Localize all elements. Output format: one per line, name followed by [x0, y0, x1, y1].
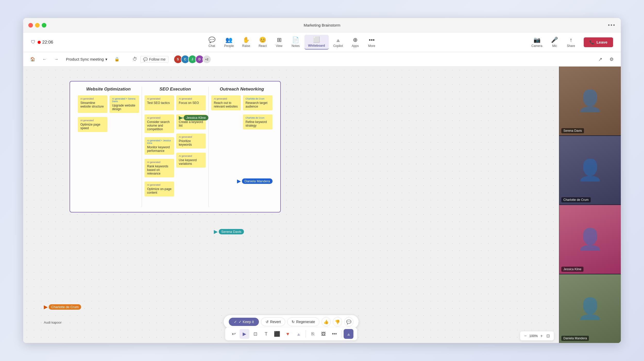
sticky-text: Upgrade website design [112, 104, 137, 111]
maximize-button[interactable] [42, 23, 46, 28]
notes-label: Notes [292, 44, 300, 48]
toolbar-view[interactable]: ⊞ View [272, 35, 287, 50]
sticky-text: Create a keyword list [179, 120, 203, 127]
redo-button[interactable]: → [52, 55, 61, 64]
toolbar-chat[interactable]: 💬 Chat [204, 35, 219, 50]
video-name-jessica: Jessica Kline [561, 267, 583, 272]
heart-button[interactable]: ♥ [283, 329, 293, 339]
zoom-in-button[interactable]: + [539, 333, 544, 339]
minimize-button[interactable] [35, 23, 40, 28]
title-bar: Marketing Brainstorm ••• [23, 18, 621, 32]
pointer-button[interactable]: ▶ [240, 329, 249, 339]
lock-button[interactable]: 🔒 [113, 55, 121, 64]
user-label: Audi kapoor [44, 321, 62, 324]
tag-user: AI generated + Jessica Kline [147, 139, 172, 144]
people-icon: 👥 [225, 37, 232, 43]
image-button[interactable]: 🖼 [319, 329, 328, 339]
share-frame-icon[interactable]: ↗ [596, 55, 604, 63]
view-label: View [276, 44, 283, 48]
sticky-keyword-variations[interactable]: AI generated Use keyword variations [176, 153, 206, 168]
toolbar-mic[interactable]: 🎤 Mic [547, 35, 562, 49]
sticky-optimize-page[interactable]: AI generated Optimize on-page content [145, 182, 174, 196]
sticky-text: Prioritize keywords [179, 139, 203, 146]
sticky-text: Research target audience [245, 101, 270, 108]
canvas-area[interactable]: Website Optimization AI generated Stream… [23, 67, 559, 343]
home-button[interactable]: 🏠 [28, 55, 37, 64]
meeting-name-selector[interactable]: Product Sync meeting ▾ [64, 56, 109, 63]
mic-label: Mic [552, 44, 557, 48]
cursor-name-serena: Serena Davis [219, 229, 244, 234]
thumbs-down-button[interactable]: 👎 [333, 317, 342, 326]
toolbar-whiteboard[interactable]: ⬜ Whiteboard [304, 35, 329, 50]
copilot-label: Copilot [333, 44, 343, 48]
sticky-text: Optimize on-page content [147, 187, 172, 194]
zoom-out-button[interactable]: − [523, 333, 528, 339]
fit-screen-button[interactable]: ⊡ [545, 333, 551, 339]
toolbar-react[interactable]: 😊 React [255, 35, 270, 50]
keep-button[interactable]: ✓ ✓ Keep it [229, 318, 259, 326]
chat-label: Chat [209, 44, 215, 48]
video-tile-jessica: 👤 Jessica Kline [559, 205, 621, 274]
sticky-reach-out[interactable]: AI generated Reach out to relevant websi… [211, 95, 241, 110]
sticky-upgrade[interactable]: AI generated + Serena Davis Upgrade webs… [109, 95, 139, 113]
sticky-rank-keywords[interactable]: AI generated Rank keywords based on rele… [145, 159, 174, 177]
copilot-icon: ⟁ [336, 37, 340, 43]
text-button[interactable]: T [261, 329, 271, 339]
cursor-arrow-jessica: ▶ [179, 114, 183, 121]
cursor-serena: ▶ Serena Davis [214, 228, 244, 235]
window-menu[interactable]: ••• [608, 22, 616, 28]
sticky-streamline[interactable]: AI generated Streamline website structur… [78, 95, 107, 113]
main-area: Website Optimization AI generated Stream… [23, 67, 621, 343]
sticky-text: Streamline website structure [80, 101, 105, 108]
col-1-title: Website Optimization [78, 87, 139, 92]
window-title: Marketing Brainstorm [304, 23, 341, 27]
sticky-prioritize-1[interactable]: AI generated Prioritize keywords [176, 134, 206, 149]
avatar-overflow[interactable]: +2 [202, 55, 211, 64]
tag-ai: AI generated [179, 155, 203, 157]
toolbar-raise[interactable]: ✋ Raise [239, 35, 254, 50]
thumbs-up-button[interactable]: 👍 [321, 317, 331, 326]
undo-button[interactable]: ← [40, 55, 49, 64]
selection-button[interactable]: ⊡ [250, 329, 260, 339]
sticky-optimize-speed[interactable]: AI generated Optimize page speed [78, 117, 107, 132]
toolbar-apps[interactable]: ⊕ Apps [348, 35, 363, 50]
react-label: React [259, 44, 267, 48]
ai-assist-button[interactable]: ⟁ [344, 329, 353, 339]
sticky-button[interactable]: ⬛ [272, 329, 282, 339]
toolbar-more[interactable]: ••• More [364, 35, 379, 50]
tag-ai: AI generated [80, 119, 105, 122]
toolbar-notes[interactable]: 📄 Notes [288, 35, 303, 50]
sticky-focus-seo[interactable]: AI generated Focus on SEO [176, 95, 206, 110]
toolbar-camera[interactable]: 📷 Camera [528, 35, 546, 49]
sticky-test-seo[interactable]: AI generated Test SEO tactics [145, 95, 174, 110]
revert-button[interactable]: ↺ Revert [261, 317, 285, 326]
revert-icon: ↺ [266, 320, 269, 324]
toolbar-people[interactable]: 👥 People [221, 35, 237, 50]
tag-ai: AI generated [147, 97, 172, 100]
shield-icon: 🛡 [31, 39, 36, 45]
sticky-research-audience[interactable]: Charlotte de Crum Research target audien… [243, 95, 273, 110]
more-draw-button[interactable]: ••• [329, 329, 339, 339]
settings-icon[interactable]: ⚙ [607, 55, 616, 63]
close-button[interactable] [28, 23, 33, 28]
cursor-charlotte: ▶ Charlotte de Crum [44, 304, 81, 310]
leave-button[interactable]: 📞 Leave [584, 37, 613, 47]
cursor-arrow-serena: ▶ [214, 228, 218, 235]
toolbar-share[interactable]: ↑ Share [563, 35, 579, 49]
video-name-daniela: Daniela Mandera [561, 336, 589, 341]
regenerate-button[interactable]: ↻ Regenerate [287, 317, 319, 326]
comment-button[interactable]: 💬 [344, 317, 353, 326]
copy-button[interactable]: ⎘ [308, 329, 318, 339]
video-tile-daniela: 👤 Daniela Mandera [559, 274, 621, 343]
toolbar-copilot[interactable]: ⟁ Copilot [330, 35, 346, 50]
sticky-search-volume[interactable]: AI generated Consider search volume and … [145, 114, 174, 133]
regenerate-label: Regenerate [296, 320, 315, 324]
camera-icon: 📷 [533, 37, 540, 43]
sticky-monitor-keywords[interactable]: AI generated + Jessica Kline Monitor key… [145, 137, 174, 155]
follow-me-button[interactable]: 💬 Follow me [140, 56, 168, 63]
sticky-refine-strategy[interactable]: Charlotte de Crum Refine keyword strateg… [243, 114, 273, 129]
ai-action-bar: ✓ ✓ Keep it ↺ Revert ↻ Regenerate 👍 👎 💬 [224, 315, 359, 329]
copilot-draw-button[interactable]: ⟁ [294, 329, 303, 339]
tag-ai: AI generated [179, 97, 203, 100]
undo-draw-button[interactable]: ↩ [229, 329, 239, 339]
